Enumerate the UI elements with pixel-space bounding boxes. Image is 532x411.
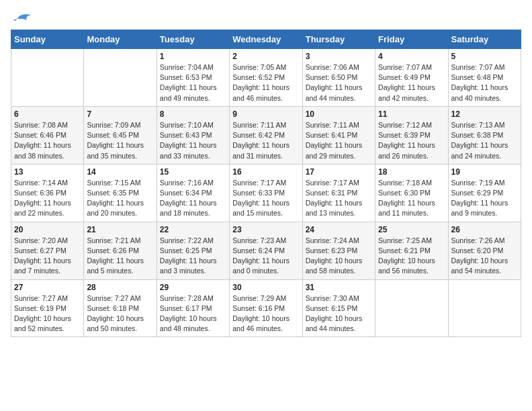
day-number: 17 [306, 167, 372, 177]
day-number: 23 [232, 225, 299, 234]
calendar-cell: 23Sunrise: 7:23 AMSunset: 6:24 PMDayligh… [230, 222, 302, 279]
day-info: Sunrise: 7:07 AMSunset: 6:48 PMDaylight:… [451, 62, 518, 103]
day-info: Sunrise: 7:08 AMSunset: 6:46 PMDaylight:… [14, 120, 81, 161]
day-info: Sunrise: 7:12 AMSunset: 6:39 PMDaylight:… [378, 120, 445, 161]
day-info: Sunrise: 7:21 AMSunset: 6:26 PMDaylight:… [87, 236, 153, 277]
calendar-cell: 18Sunrise: 7:18 AMSunset: 6:30 PMDayligh… [375, 164, 448, 222]
day-info: Sunrise: 7:27 AMSunset: 6:19 PMDaylight:… [14, 293, 81, 334]
col-wednesday: Wednesday [230, 30, 302, 49]
day-number: 12 [451, 109, 518, 119]
day-info: Sunrise: 7:24 AMSunset: 6:23 PMDaylight:… [306, 236, 372, 277]
day-number: 14 [87, 167, 153, 177]
day-number: 20 [14, 225, 81, 234]
col-saturday: Saturday [448, 30, 521, 49]
day-number: 22 [160, 225, 226, 234]
day-number: 16 [232, 167, 299, 177]
day-number: 15 [160, 167, 226, 177]
day-number: 18 [378, 167, 445, 177]
day-number: 5 [451, 52, 518, 61]
day-info: Sunrise: 7:23 AMSunset: 6:24 PMDaylight:… [232, 236, 299, 277]
day-info: Sunrise: 7:14 AMSunset: 6:36 PMDaylight:… [14, 178, 81, 219]
calendar-cell: 2Sunrise: 7:05 AMSunset: 6:52 PMDaylight… [230, 49, 302, 107]
calendar-cell: 9Sunrise: 7:11 AMSunset: 6:42 PMDaylight… [230, 106, 302, 164]
calendar-cell: 17Sunrise: 7:17 AMSunset: 6:31 PMDayligh… [302, 164, 375, 222]
day-info: Sunrise: 7:17 AMSunset: 6:31 PMDaylight:… [306, 178, 372, 219]
calendar-cell: 11Sunrise: 7:12 AMSunset: 6:39 PMDayligh… [375, 106, 448, 164]
day-info: Sunrise: 7:20 AMSunset: 6:27 PMDaylight:… [14, 236, 81, 277]
day-number: 4 [378, 52, 445, 61]
calendar-cell: 8Sunrise: 7:10 AMSunset: 6:43 PMDaylight… [157, 106, 229, 164]
day-info: Sunrise: 7:05 AMSunset: 6:52 PMDaylight:… [232, 62, 299, 103]
day-number: 30 [232, 283, 299, 292]
calendar-cell: 4Sunrise: 7:07 AMSunset: 6:49 PMDaylight… [375, 49, 448, 107]
calendar-cell: 7Sunrise: 7:09 AMSunset: 6:45 PMDaylight… [84, 106, 157, 164]
day-number: 7 [87, 109, 153, 119]
day-number: 21 [87, 225, 153, 234]
calendar-week-2: 6Sunrise: 7:08 AMSunset: 6:46 PMDaylight… [11, 106, 521, 164]
calendar-cell: 13Sunrise: 7:14 AMSunset: 6:36 PMDayligh… [11, 164, 84, 222]
calendar-cell: 28Sunrise: 7:27 AMSunset: 6:18 PMDayligh… [84, 279, 157, 337]
calendar-cell: 6Sunrise: 7:08 AMSunset: 6:46 PMDaylight… [11, 106, 84, 164]
calendar-cell: 1Sunrise: 7:04 AMSunset: 6:53 PMDaylight… [157, 49, 229, 107]
day-number: 11 [378, 109, 445, 119]
day-info: Sunrise: 7:07 AMSunset: 6:49 PMDaylight:… [378, 62, 445, 103]
calendar-cell: 15Sunrise: 7:16 AMSunset: 6:34 PMDayligh… [157, 164, 229, 222]
day-info: Sunrise: 7:10 AMSunset: 6:43 PMDaylight:… [160, 120, 226, 161]
day-info: Sunrise: 7:28 AMSunset: 6:17 PMDaylight:… [160, 293, 226, 334]
day-number: 8 [160, 109, 226, 119]
day-info: Sunrise: 7:22 AMSunset: 6:25 PMDaylight:… [160, 236, 226, 277]
day-number: 29 [160, 283, 226, 292]
calendar-cell [84, 49, 157, 107]
day-info: Sunrise: 7:18 AMSunset: 6:30 PMDaylight:… [378, 178, 445, 219]
calendar-cell: 5Sunrise: 7:07 AMSunset: 6:48 PMDaylight… [448, 49, 521, 107]
calendar-cell: 10Sunrise: 7:11 AMSunset: 6:41 PMDayligh… [302, 106, 375, 164]
day-info: Sunrise: 7:26 AMSunset: 6:20 PMDaylight:… [451, 236, 518, 277]
calendar-cell: 25Sunrise: 7:25 AMSunset: 6:21 PMDayligh… [375, 222, 448, 279]
header-row: Sunday Monday Tuesday Wednesday Thursday… [11, 30, 521, 49]
calendar-cell: 21Sunrise: 7:21 AMSunset: 6:26 PMDayligh… [84, 222, 157, 279]
day-number: 27 [14, 283, 81, 292]
calendar-cell: 29Sunrise: 7:28 AMSunset: 6:17 PMDayligh… [157, 279, 229, 337]
day-info: Sunrise: 7:25 AMSunset: 6:21 PMDaylight:… [378, 236, 445, 277]
day-info: Sunrise: 7:06 AMSunset: 6:50 PMDaylight:… [306, 62, 372, 103]
day-info: Sunrise: 7:15 AMSunset: 6:35 PMDaylight:… [87, 178, 153, 219]
calendar-week-3: 13Sunrise: 7:14 AMSunset: 6:36 PMDayligh… [11, 164, 521, 222]
day-number: 2 [232, 52, 299, 61]
day-info: Sunrise: 7:11 AMSunset: 6:42 PMDaylight:… [232, 120, 299, 161]
day-number: 19 [451, 167, 518, 177]
calendar-cell: 12Sunrise: 7:13 AMSunset: 6:38 PMDayligh… [448, 106, 521, 164]
day-info: Sunrise: 7:09 AMSunset: 6:45 PMDaylight:… [87, 120, 153, 161]
day-number: 31 [306, 283, 372, 292]
col-tuesday: Tuesday [157, 30, 229, 49]
day-info: Sunrise: 7:27 AMSunset: 6:18 PMDaylight:… [87, 293, 153, 334]
calendar-cell: 20Sunrise: 7:20 AMSunset: 6:27 PMDayligh… [11, 222, 84, 279]
day-number: 25 [378, 225, 445, 234]
day-info: Sunrise: 7:17 AMSunset: 6:33 PMDaylight:… [232, 178, 299, 219]
day-number: 1 [160, 52, 226, 61]
calendar-cell: 3Sunrise: 7:06 AMSunset: 6:50 PMDaylight… [302, 49, 375, 107]
calendar-cell: 26Sunrise: 7:26 AMSunset: 6:20 PMDayligh… [448, 222, 521, 279]
calendar-cell: 31Sunrise: 7:30 AMSunset: 6:15 PMDayligh… [302, 279, 375, 337]
day-info: Sunrise: 7:04 AMSunset: 6:53 PMDaylight:… [160, 62, 226, 103]
day-info: Sunrise: 7:19 AMSunset: 6:29 PMDaylight:… [451, 178, 518, 219]
col-thursday: Thursday [302, 30, 375, 49]
logo-bird-icon [12, 11, 32, 27]
calendar-week-5: 27Sunrise: 7:27 AMSunset: 6:19 PMDayligh… [11, 279, 521, 337]
day-info: Sunrise: 7:30 AMSunset: 6:15 PMDaylight:… [306, 293, 372, 334]
col-sunday: Sunday [11, 30, 84, 49]
calendar-cell [11, 49, 84, 107]
day-info: Sunrise: 7:13 AMSunset: 6:38 PMDaylight:… [451, 120, 518, 161]
day-number: 28 [87, 283, 153, 292]
calendar-cell: 19Sunrise: 7:19 AMSunset: 6:29 PMDayligh… [448, 164, 521, 222]
day-info: Sunrise: 7:16 AMSunset: 6:34 PMDaylight:… [160, 178, 226, 219]
calendar-cell: 30Sunrise: 7:29 AMSunset: 6:16 PMDayligh… [230, 279, 302, 337]
page-header [11, 11, 521, 24]
day-number: 26 [451, 225, 518, 234]
calendar-week-1: 1Sunrise: 7:04 AMSunset: 6:53 PMDaylight… [11, 49, 521, 107]
logo [11, 11, 32, 24]
day-number: 9 [232, 109, 299, 119]
col-friday: Friday [375, 30, 448, 49]
calendar-cell: 14Sunrise: 7:15 AMSunset: 6:35 PMDayligh… [84, 164, 157, 222]
calendar-table: Sunday Monday Tuesday Wednesday Thursday… [11, 30, 521, 337]
day-number: 13 [14, 167, 81, 177]
